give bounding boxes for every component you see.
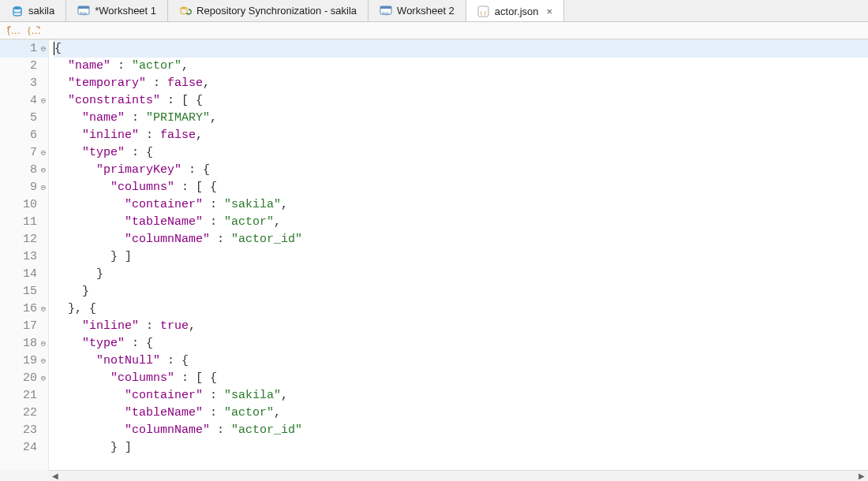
line-number: 9⊖ (0, 179, 48, 196)
line-number: 10 (0, 196, 48, 214)
svg-text:SQL: SQL (80, 11, 88, 16)
line-number: 24 (0, 439, 48, 457)
line-number: 1⊖ (0, 40, 48, 58)
sql-icon: SQL (380, 5, 392, 17)
svg-rect-6 (380, 6, 391, 9)
line-number: 11 (0, 214, 48, 231)
code-line[interactable]: "notNull" : { (54, 352, 868, 370)
line-number: 15 (0, 283, 48, 300)
fold-toggle-icon[interactable]: ⊖ (39, 45, 47, 53)
line-number: 17 (0, 318, 48, 335)
scroll-left-arrow-icon[interactable]: ◀ (49, 471, 62, 482)
line-number: 18⊖ (0, 335, 48, 352)
line-number: 19⊖ (0, 352, 48, 370)
line-number: 7⊖ (0, 144, 48, 162)
line-number: 6 (0, 127, 48, 144)
code-line[interactable]: "name" : "PRIMARY", (54, 110, 868, 127)
code-line[interactable]: "primaryKey" : { (54, 162, 868, 179)
fold-toggle-icon[interactable]: ⊖ (39, 184, 47, 192)
code-line[interactable]: "columns" : [ { (54, 370, 868, 387)
code-line[interactable]: "constraints" : [ { (54, 92, 868, 110)
code-line[interactable]: "container" : "sakila", (54, 387, 868, 405)
json-icon: { } (477, 5, 490, 17)
fold-toggle-icon[interactable]: ⊖ (39, 97, 47, 105)
code-line[interactable]: "inline" : false, (54, 127, 868, 144)
db-icon (11, 5, 24, 17)
sql-icon: SQL (77, 5, 90, 17)
code-line[interactable]: } ] (54, 439, 868, 457)
svg-point-4 (181, 6, 187, 9)
tab-sakila[interactable]: sakila (0, 0, 66, 21)
line-number: 22 (0, 405, 48, 422)
code-line[interactable]: "tableName" : "actor", (54, 214, 868, 231)
line-number: 12 (0, 231, 48, 248)
fold-toggle-icon[interactable]: ⊖ (39, 340, 47, 348)
tab-label: actor.json (495, 6, 539, 17)
code-line[interactable]: } (54, 283, 868, 300)
line-number-gutter: 1⊖234⊖567⊖8⊖9⊖10111213141516⊖1718⊖19⊖20⊖… (0, 40, 49, 470)
line-number: 3 (0, 75, 48, 92)
line-number: 14 (0, 266, 48, 283)
line-number: 5 (0, 110, 48, 127)
code-line[interactable]: "columns" : [ { (54, 179, 868, 196)
code-area[interactable]: { "name" : "actor", "temporary" : false,… (49, 40, 868, 470)
line-number: 4⊖ (0, 92, 48, 110)
line-number: 13 (0, 248, 48, 266)
code-line[interactable]: "temporary" : false, (54, 75, 868, 92)
horizontal-scrollbar[interactable]: ◀ ▶ (49, 470, 868, 481)
tab--worksheet-1[interactable]: SQL*Worksheet 1 (66, 0, 168, 21)
fold-toggle-icon[interactable]: ⊖ (39, 149, 47, 157)
tab-label: sakila (28, 5, 54, 17)
tab-worksheet-2[interactable]: SQLWorksheet 2 (369, 0, 466, 21)
scroll-right-arrow-icon[interactable]: ▶ (855, 471, 868, 482)
editor-toolbar: {…}{…} (0, 22, 868, 39)
code-line[interactable]: "tableName" : "actor", (54, 405, 868, 422)
tab-repository-synchronization-sakila[interactable]: Repository Synchronization - sakila (168, 0, 369, 21)
fold-toggle-icon[interactable]: ⊖ (39, 166, 47, 174)
code-line[interactable]: "columnName" : "actor_id" (54, 231, 868, 248)
line-number: 23 (0, 422, 48, 439)
svg-text:{ }: { } (481, 9, 487, 15)
fold-toggle-icon[interactable]: ⊖ (39, 375, 47, 382)
code-line[interactable]: "name" : "actor", (54, 58, 868, 75)
scroll-track[interactable] (62, 471, 855, 482)
line-number: 21 (0, 387, 48, 405)
tab-label: *Worksheet 1 (95, 5, 156, 17)
svg-point-0 (13, 6, 21, 9)
code-line[interactable]: "inline" : true, (54, 318, 868, 335)
code-line[interactable]: } (54, 266, 868, 283)
code-line[interactable]: } ] (54, 248, 868, 266)
svg-text:SQL: SQL (382, 11, 390, 16)
line-number: 2 (0, 58, 48, 75)
braces-expand-icon[interactable]: {…} (6, 24, 21, 37)
code-line[interactable]: "type" : { (54, 335, 868, 352)
svg-rect-2 (78, 6, 89, 9)
code-editor[interactable]: 1⊖234⊖567⊖8⊖9⊖10111213141516⊖1718⊖19⊖20⊖… (0, 39, 868, 470)
sync-icon (179, 5, 192, 17)
tab-actor-json[interactable]: { }actor.json× (466, 0, 564, 21)
code-line[interactable]: }, { (54, 300, 868, 318)
line-number: 20⊖ (0, 370, 48, 387)
braces-collapse-icon[interactable]: {…} (27, 24, 41, 37)
tab-label: Worksheet 2 (397, 5, 455, 17)
line-number: 8⊖ (0, 162, 48, 179)
fold-toggle-icon[interactable]: ⊖ (39, 357, 47, 365)
code-line[interactable]: { (54, 40, 868, 58)
code-line[interactable]: "columnName" : "actor_id" (54, 422, 868, 439)
code-line[interactable]: "container" : "sakila", (54, 196, 868, 214)
tab-label: Repository Synchronization - sakila (196, 5, 357, 17)
tab-bar: sakilaSQL*Worksheet 1Repository Synchron… (0, 0, 868, 22)
line-number: 16⊖ (0, 300, 48, 318)
fold-toggle-icon[interactable]: ⊖ (39, 305, 47, 313)
code-line[interactable]: "type" : { (54, 144, 868, 162)
close-icon[interactable]: × (547, 6, 553, 17)
